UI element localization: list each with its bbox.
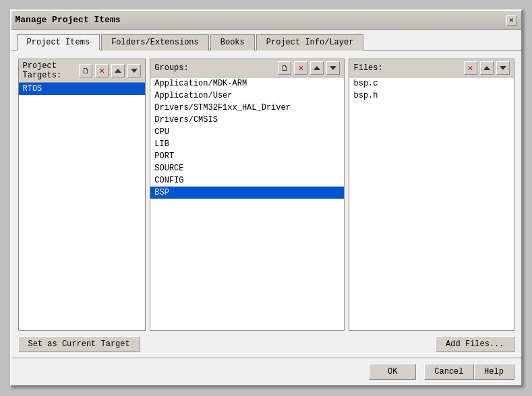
list-item[interactable]: RTOS bbox=[19, 83, 146, 95]
up-icon bbox=[483, 66, 490, 70]
tab-books[interactable]: Books bbox=[210, 34, 255, 51]
footer-center: OK Cancel bbox=[369, 364, 473, 380]
down-icon bbox=[131, 69, 138, 73]
groups-header: Groups: 🗋 ✕ bbox=[150, 59, 344, 77]
groups-new-button[interactable]: 🗋 bbox=[278, 61, 291, 75]
targets-list: RTOS bbox=[19, 83, 146, 330]
lists-container: Project Targets: 🗋 ✕ RTOS bbox=[18, 59, 514, 331]
close-icon: ✕ bbox=[509, 15, 514, 24]
list-item[interactable]: Application/User bbox=[150, 90, 344, 102]
list-item[interactable]: CPU bbox=[150, 126, 344, 138]
list-item[interactable]: SOURCE bbox=[150, 162, 344, 174]
list-item[interactable]: BSP bbox=[150, 187, 344, 199]
targets-header: Project Targets: 🗋 ✕ bbox=[19, 59, 146, 83]
files-delete-button[interactable]: ✕ bbox=[464, 61, 477, 75]
up-icon bbox=[314, 66, 320, 70]
groups-up-button[interactable] bbox=[310, 61, 324, 75]
list-item[interactable]: bsp.h bbox=[349, 90, 513, 102]
groups-delete-button[interactable]: ✕ bbox=[294, 61, 307, 75]
tabs-area: Project Items Folders/Extensions Books P… bbox=[11, 30, 521, 51]
set-current-target-button[interactable]: Set as Current Target bbox=[18, 336, 140, 352]
delete-icon: ✕ bbox=[99, 65, 105, 76]
files-header: Files: ✕ bbox=[349, 59, 513, 77]
new-icon: 🗋 bbox=[281, 64, 289, 73]
list-item[interactable]: Drivers/CMSIS bbox=[150, 114, 344, 126]
ok-button[interactable]: OK bbox=[369, 364, 416, 380]
bottom-actions: Set as Current Target Add Files... bbox=[18, 336, 514, 352]
list-item[interactable]: Drivers/STM32F1xx_HAL_Driver bbox=[150, 102, 344, 114]
add-files-button[interactable]: Add Files... bbox=[436, 336, 514, 352]
targets-up-button[interactable] bbox=[111, 64, 125, 77]
targets-new-button[interactable]: 🗋 bbox=[79, 64, 92, 77]
tab-folders-extensions[interactable]: Folders/Extensions bbox=[101, 34, 209, 51]
groups-down-button[interactable] bbox=[326, 61, 340, 75]
down-icon bbox=[500, 66, 506, 70]
up-icon bbox=[115, 69, 121, 73]
delete-icon: ✕ bbox=[299, 63, 304, 73]
list-item[interactable]: PORT bbox=[150, 150, 344, 162]
files-down-button[interactable] bbox=[496, 61, 510, 75]
list-item[interactable]: bsp.c bbox=[349, 77, 513, 90]
footer-right: Help bbox=[474, 364, 514, 380]
targets-panel: Project Targets: 🗋 ✕ RTOS bbox=[18, 59, 146, 331]
delete-icon: ✕ bbox=[468, 63, 473, 73]
list-item[interactable]: Application/MDK-ARM bbox=[150, 77, 344, 90]
new-icon: 🗋 bbox=[82, 67, 90, 75]
title-bar: Manage Project Items ✕ bbox=[11, 11, 521, 30]
groups-label: Groups: bbox=[154, 63, 275, 73]
help-button[interactable]: Help bbox=[474, 364, 514, 380]
dialog-title: Manage Project Items bbox=[16, 15, 121, 25]
close-button[interactable]: ✕ bbox=[506, 15, 517, 26]
files-up-button[interactable] bbox=[480, 61, 494, 75]
files-panel: Files: ✕ bsp.c bsp.h bbox=[349, 59, 514, 331]
cancel-button[interactable]: Cancel bbox=[424, 364, 473, 380]
groups-panel: Groups: 🗋 ✕ Application/MDK-ARM bbox=[150, 59, 345, 331]
down-icon bbox=[330, 66, 336, 70]
content-area: Project Targets: 🗋 ✕ RTOS bbox=[11, 51, 521, 358]
dialog-footer: OK Cancel Help bbox=[11, 358, 521, 385]
groups-list: Application/MDK-ARM Application/User Dri… bbox=[150, 77, 344, 330]
list-item[interactable]: LIB bbox=[150, 138, 344, 150]
files-list: bsp.c bsp.h bbox=[349, 77, 513, 330]
tab-project-items[interactable]: Project Items bbox=[17, 34, 100, 51]
targets-down-button[interactable] bbox=[127, 64, 141, 77]
manage-project-dialog: Manage Project Items ✕ Project Items Fol… bbox=[10, 9, 523, 387]
list-item[interactable]: CONFIG bbox=[150, 174, 344, 187]
targets-label: Project Targets: bbox=[23, 61, 77, 80]
tab-project-info-layer[interactable]: Project Info/Layer bbox=[256, 34, 364, 51]
files-label: Files: bbox=[353, 63, 461, 73]
targets-delete-button[interactable]: ✕ bbox=[95, 64, 109, 77]
